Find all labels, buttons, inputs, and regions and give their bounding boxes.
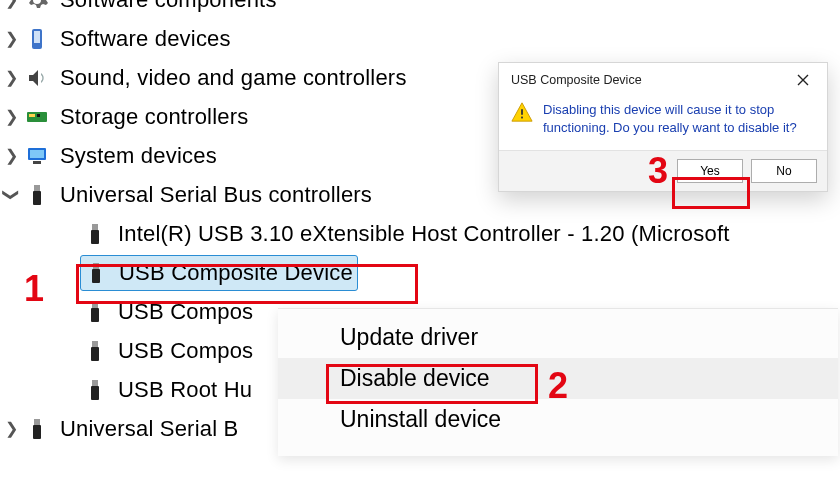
usb-icon — [82, 221, 108, 247]
chevron-right-icon: ❯ — [0, 107, 22, 126]
tree-item-label: USB Compos — [118, 338, 253, 364]
tree-item-label: USB Root Hu — [118, 377, 252, 403]
svg-rect-16 — [92, 341, 98, 347]
svg-rect-6 — [30, 150, 44, 158]
svg-rect-4 — [37, 114, 40, 117]
tree-item-intel-usb[interactable]: ❯ Intel(R) USB 3.10 eXtensible Host Cont… — [0, 214, 840, 253]
svg-rect-20 — [34, 419, 40, 425]
tree-item-label: Storage controllers — [60, 104, 248, 130]
tree-item-label: Sound, video and game controllers — [60, 65, 407, 91]
usb-icon — [82, 299, 108, 325]
computer-icon — [24, 143, 50, 169]
gear-icon — [24, 0, 50, 13]
svg-rect-23 — [521, 117, 523, 119]
svg-rect-10 — [92, 224, 98, 230]
tree-item-label: Software components — [60, 0, 277, 13]
dialog-title: USB Composite Device — [511, 73, 642, 87]
svg-rect-12 — [93, 263, 99, 269]
svg-rect-13 — [92, 269, 100, 283]
svg-rect-1 — [34, 31, 40, 43]
chevron-right-icon: ❯ — [0, 0, 22, 9]
svg-rect-19 — [91, 386, 99, 400]
svg-rect-22 — [521, 109, 523, 115]
dialog-message: Disabling this device will cause it to s… — [543, 101, 815, 136]
tree-item-software-components[interactable]: ❯ Software components — [0, 0, 840, 19]
svg-rect-3 — [29, 114, 35, 117]
close-icon — [797, 74, 809, 86]
chevron-right-icon: ❯ — [0, 29, 22, 48]
tree-item-label: USB Composite Device — [119, 260, 353, 286]
usb-icon — [24, 182, 50, 208]
annotation-step-3: 3 — [648, 150, 668, 192]
usb-icon — [82, 377, 108, 403]
device-icon — [24, 26, 50, 52]
tree-item-usb-composite-selected[interactable]: ❯ USB Composite Device — [0, 253, 840, 292]
svg-rect-14 — [92, 302, 98, 308]
svg-rect-15 — [91, 308, 99, 322]
svg-rect-21 — [33, 425, 41, 439]
chevron-right-icon: ❯ — [0, 146, 22, 165]
menu-item-update-driver[interactable]: Update driver — [278, 317, 838, 358]
annotation-step-1: 1 — [24, 268, 44, 310]
svg-rect-18 — [92, 380, 98, 386]
tree-item-label: USB Compos — [118, 299, 253, 325]
no-button[interactable]: No — [751, 159, 817, 183]
chevron-right-icon: ❯ — [0, 68, 22, 87]
tree-item-label: Software devices — [60, 26, 231, 52]
chevron-down-icon: ❯ — [2, 184, 21, 206]
svg-rect-11 — [91, 230, 99, 244]
svg-rect-9 — [33, 191, 41, 205]
tree-item-label: Intel(R) USB 3.10 eXtensible Host Contro… — [118, 221, 730, 247]
svg-rect-17 — [91, 347, 99, 361]
usb-icon — [83, 260, 109, 286]
svg-rect-8 — [34, 185, 40, 191]
usb-icon — [82, 338, 108, 364]
annotation-step-2: 2 — [548, 365, 568, 407]
chevron-right-icon: ❯ — [0, 419, 22, 438]
tree-item-label: Universal Serial Bus controllers — [60, 182, 372, 208]
storage-icon — [24, 104, 50, 130]
tree-item-label: Universal Serial B — [60, 416, 238, 442]
tree-item-label: System devices — [60, 143, 217, 169]
svg-rect-7 — [33, 161, 41, 164]
yes-button[interactable]: Yes — [677, 159, 743, 183]
usb-icon — [24, 416, 50, 442]
speaker-icon — [24, 65, 50, 91]
tree-item-software-devices[interactable]: ❯ Software devices — [0, 19, 840, 58]
warning-icon — [511, 101, 533, 123]
close-button[interactable] — [785, 69, 821, 91]
